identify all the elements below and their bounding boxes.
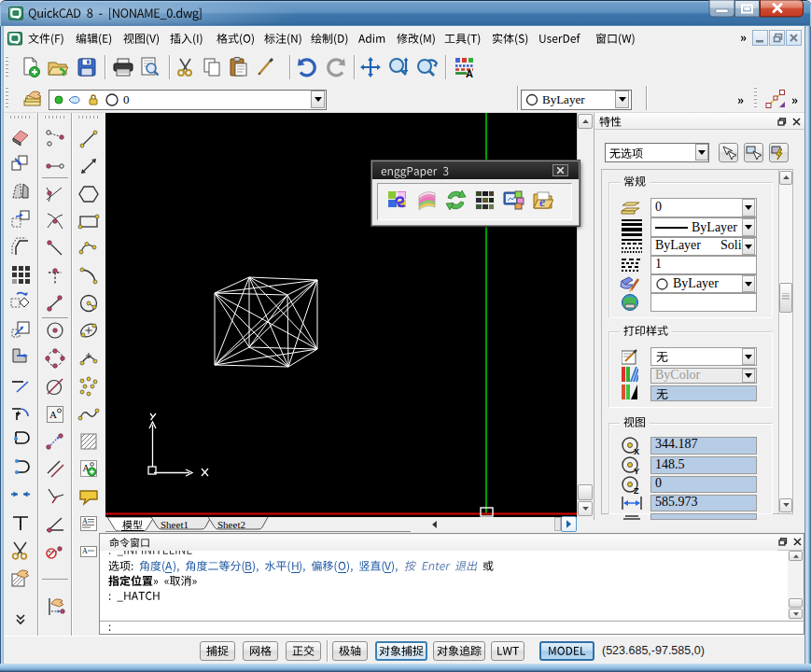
svg-text:e: e — [539, 195, 545, 209]
svg-text:A: A — [82, 517, 88, 525]
svg-text:A: A — [49, 409, 57, 420]
svg-text:Z: Z — [634, 486, 639, 495]
svg-text:X: X — [634, 447, 639, 455]
svg-text:A: A — [466, 68, 473, 78]
svg-text:Y: Y — [634, 467, 639, 475]
svg-text:A: A — [82, 547, 88, 555]
